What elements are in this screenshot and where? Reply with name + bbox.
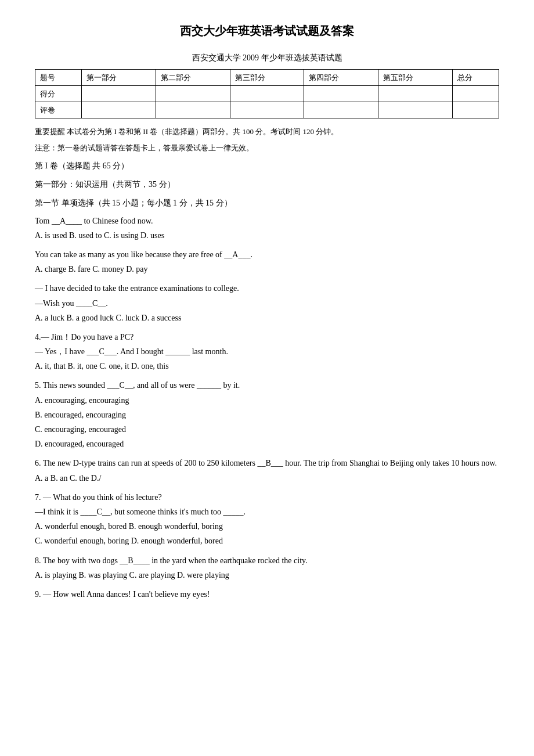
question-4-options: A. it, that B. it, one C. one, it D. one…: [35, 359, 499, 373]
question-6: 6. The new D-type trains can run at spee…: [35, 456, 499, 485]
question-2-text: You can take as many as you like because…: [35, 247, 499, 262]
table-pingjuan-5: [378, 102, 453, 118]
question-9-text: 9. — How well Anna dances! I can't belie…: [35, 587, 499, 602]
table-defen-4: [304, 86, 378, 102]
question-8-text: 8. The boy with two dogs __B____ in the …: [35, 553, 499, 568]
table-pingjuan-4: [304, 102, 378, 118]
question-1-text: Tom __A____ to Chinese food now.: [35, 214, 499, 228]
table-pingjuan-6: [453, 102, 499, 118]
question-3: — I have decided to take the entrance ex…: [35, 281, 499, 325]
question-5-text: 5. This news sounded ___C__, and all of …: [35, 378, 499, 393]
question-4-text2: — Yes，I have ___C___. And I bought _____…: [35, 344, 499, 359]
table-pingjuan-label: 评卷: [35, 102, 82, 118]
table-header-0: 题号: [35, 70, 82, 86]
question-7: 7. — What do you think of his lecture? —…: [35, 490, 499, 549]
table-header-3: 第三部分: [230, 70, 304, 86]
question-9: 9. — How well Anna dances! I can't belie…: [35, 587, 499, 602]
question-5-options: A. encouraging, encouragingB. encouraged…: [35, 393, 499, 452]
question-4-text: 4.— Jim！Do you have a PC?: [35, 330, 499, 344]
notice-2: 注意：第一卷的试题请答在答题卡上，答最亲爱试卷上一律无效。: [35, 142, 499, 154]
question-2: You can take as many as you like because…: [35, 247, 499, 276]
table-header-4: 第四部分: [304, 70, 378, 86]
question-6-text: 6. The new D-type trains can run at spee…: [35, 456, 499, 470]
question-7-text2: —I think it is ____C__, but someone thin…: [35, 505, 499, 519]
part1-label: 第一部分：知识运用（共两节，35 分）: [35, 178, 499, 192]
option-line: C. wonderful enough, boring D. enough wo…: [35, 534, 499, 548]
question-1: Tom __A____ to Chinese food now. A. is u…: [35, 214, 499, 243]
subtitle: 西安交通大学 2009 年少年班选拔英语试题: [35, 53, 499, 63]
question-3-options: A. a luck B. a good luck C. luck D. a su…: [35, 311, 499, 325]
table-defen-6: [453, 86, 499, 102]
main-title: 西交大少年班英语考试试题及答案: [35, 23, 499, 39]
option-line: C. encouraging, encouraged: [35, 422, 499, 437]
section1-label: 第一节 单项选择（共 15 小题；每小题 1 分，共 15 分）: [35, 196, 499, 210]
table-defen-label: 得分: [35, 86, 82, 102]
table-defen-5: [378, 86, 453, 102]
score-table: 题号 第一部分 第二部分 第三部分 第四部分 第五部分 总分 得分 评卷: [35, 69, 499, 118]
table-header-6: 总分: [453, 70, 499, 86]
question-7-text: 7. — What do you think of his lecture?: [35, 490, 499, 505]
question-8-options: A. is playing B. was playing C. are play…: [35, 568, 499, 582]
question-1-options: A. is used B. used to C. is using D. use…: [35, 228, 499, 243]
question-5: 5. This news sounded ___C__, and all of …: [35, 378, 499, 451]
question-3-text: — I have decided to take the entrance ex…: [35, 281, 499, 296]
table-defen-3: [230, 86, 304, 102]
question-8: 8. The boy with two dogs __B____ in the …: [35, 553, 499, 582]
option-line: B. encouraged, encouraging: [35, 408, 499, 422]
table-defen-2: [156, 86, 230, 102]
question-6-options: A. a B. an C. the D./: [35, 471, 499, 485]
table-pingjuan-3: [230, 102, 304, 118]
option-line: A. wonderful enough, bored B. enough won…: [35, 519, 499, 534]
table-header-1: 第一部分: [81, 70, 156, 86]
question-7-options: A. wonderful enough, bored B. enough won…: [35, 519, 499, 548]
question-3-text2: —Wish you ____C__.: [35, 296, 499, 311]
option-line: D. encouraged, encouraged: [35, 437, 499, 451]
question-4: 4.— Jim！Do you have a PC? — Yes，I have _…: [35, 330, 499, 374]
notice-1: 重要提醒 本试卷分为第 I 卷和第 II 卷（非选择题）两部分。共 100 分。…: [35, 125, 499, 138]
table-header-2: 第二部分: [156, 70, 230, 86]
table-pingjuan-2: [156, 102, 230, 118]
table-header-5: 第五部分: [378, 70, 453, 86]
table-pingjuan-1: [81, 102, 156, 118]
option-line: A. encouraging, encouraging: [35, 393, 499, 408]
part-label: 第 I 卷（选择题 共 65 分）: [35, 159, 499, 173]
question-2-options: A. charge B. fare C. money D. pay: [35, 262, 499, 276]
table-defen-1: [81, 86, 156, 102]
